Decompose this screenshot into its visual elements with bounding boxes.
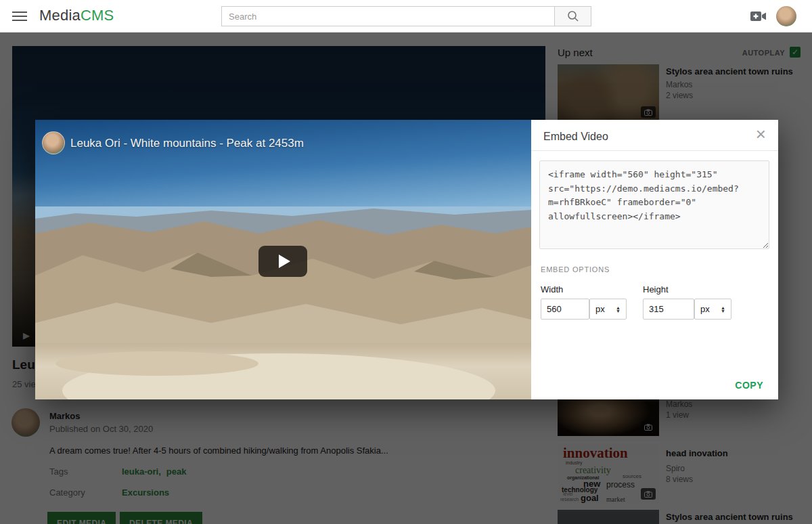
width-label: Width (541, 284, 563, 294)
embed-video-modal: Leuka Ori - White mountains - Peak at 24… (35, 120, 778, 399)
copy-button[interactable]: COPY (735, 380, 763, 391)
top-bar: MediaCMS (0, 0, 812, 32)
hamburger-menu-icon[interactable] (12, 12, 27, 21)
search-button[interactable] (554, 6, 591, 26)
width-unit-value: px (595, 304, 605, 314)
logo[interactable]: MediaCMS (39, 7, 114, 24)
search-icon (567, 10, 579, 22)
logo-media: Media (39, 7, 81, 24)
width-input[interactable] (541, 299, 589, 320)
height-input[interactable] (643, 299, 694, 320)
height-label: Height (643, 284, 669, 294)
embed-code-textarea[interactable]: <iframe width="560" height="315" src="ht… (539, 160, 769, 249)
logo-cms: CMS (81, 7, 114, 24)
height-unit-value: px (700, 304, 710, 314)
user-avatar[interactable] (776, 6, 796, 26)
spinner-icon[interactable]: ▲▼ (616, 306, 621, 313)
close-icon[interactable]: × (756, 125, 766, 143)
video-preview[interactable]: Leuka Ori - White mountains - Peak at 24… (35, 120, 531, 399)
modal-title: Embed Video (543, 131, 608, 143)
embed-options-label: EMBED OPTIONS (541, 265, 610, 274)
video-author-avatar (42, 131, 65, 154)
spinner-icon[interactable]: ▲▼ (721, 306, 725, 313)
search-input[interactable] (221, 6, 554, 26)
embed-panel: Embed Video × <iframe width="560" height… (531, 120, 778, 399)
divider (531, 150, 778, 151)
play-icon (279, 255, 290, 268)
height-unit-select[interactable]: px ▲▼ (694, 299, 731, 320)
play-button[interactable] (258, 246, 307, 277)
video-title-overlay: Leuka Ori - White mountains - Peak at 24… (70, 137, 304, 150)
upload-video-icon[interactable] (750, 10, 767, 22)
width-unit-select[interactable]: px ▲▼ (589, 299, 627, 320)
